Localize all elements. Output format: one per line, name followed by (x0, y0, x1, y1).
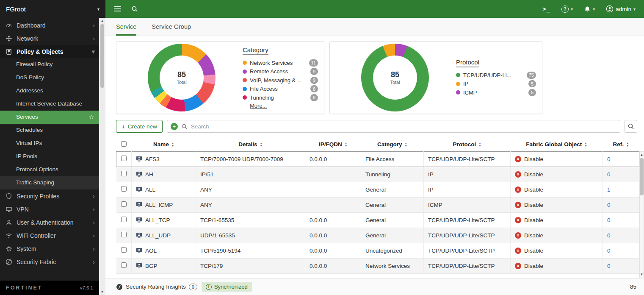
sidebar-item-virtual-ips[interactable]: Virtual IPs (0, 137, 99, 150)
chevron-right-icon: › (93, 192, 95, 200)
sidebar-item-ip-pools[interactable]: IP Pools (0, 150, 99, 163)
row-checkbox[interactable] (121, 186, 127, 192)
sidebar-item-services[interactable]: Services ☆ (0, 111, 99, 124)
sidebar-item-schedules[interactable]: Schedules (0, 124, 99, 137)
column-header-ip-fqdn[interactable]: IP/FQDN▲▼ (305, 138, 361, 151)
legend-label: File Access (250, 86, 278, 92)
create-new-button[interactable]: + Create new (116, 120, 163, 133)
sidebar-item-protocol-options[interactable]: Protocol Options (0, 163, 99, 176)
device-selector[interactable]: FGroot ▾ (0, 0, 105, 18)
column-header-protocol[interactable]: Protocol▲▼ (424, 138, 511, 151)
disable-icon: × (515, 202, 521, 208)
sidebar-item-user-authentication[interactable]: User & Authentication › (0, 216, 99, 229)
sidebar-item-security-fabric[interactable]: Security Fabric › (0, 255, 99, 268)
add-filter-button[interactable]: + (171, 123, 178, 130)
ref-link[interactable]: 1 (607, 186, 611, 193)
column-header-category[interactable]: Category▲▼ (361, 138, 424, 151)
sidebar-item-addresses[interactable]: Addresses (0, 84, 99, 97)
legend-item[interactable]: Remote Access 9 (243, 67, 318, 76)
sidebar-scrollbar[interactable]: ▲ ▼ (99, 18, 105, 295)
sidebar-item-policy-objects[interactable]: Policy & Objects ▾ (0, 45, 99, 58)
column-header-details[interactable]: Details▲▼ (196, 138, 305, 151)
ref-link[interactable]: 0 (607, 232, 611, 239)
ip-fqdn-cell: 0.0.0.0 (305, 243, 361, 258)
ref-link[interactable]: 0 (607, 217, 611, 223)
sidebar-item-traffic-shaping[interactable]: Traffic Shaping (0, 176, 99, 189)
select-all-checkbox[interactable] (121, 141, 127, 147)
row-checkbox[interactable] (121, 247, 127, 253)
security-rating-insights[interactable]: Security Rating Insights 0 (116, 284, 197, 290)
table-row[interactable]: AFS3 TCP/7000-7009 UDP/7000-7009 0.0.0.0… (116, 151, 639, 167)
cli-console-icon[interactable]: >_ (542, 6, 550, 12)
sidebar-item-internet-service-database[interactable]: Internet Service Database (0, 97, 99, 111)
ref-link[interactable]: 0 (607, 202, 611, 208)
protocol-cell: TCP/UDP/UDP-Lite/SCTP (424, 151, 511, 167)
donut-center: 85 Total (373, 56, 417, 100)
legend-item[interactable]: TCP/UDP/UDP-Li... 75 (456, 71, 536, 80)
table-row[interactable]: ALL_ICMP ANY General ICMP ×Disable 0 (116, 197, 639, 212)
legend-more-link[interactable]: More... (250, 103, 267, 109)
ref-link[interactable]: 0 (607, 263, 611, 269)
column-header-name[interactable]: Name▲▼ (132, 138, 196, 151)
favorite-star-icon[interactable]: ☆ (88, 114, 94, 121)
search-button[interactable] (625, 120, 637, 133)
ref-link[interactable]: 0 (607, 156, 611, 162)
row-checkbox[interactable] (121, 156, 127, 161)
legend-item[interactable]: IP 5 (456, 79, 536, 88)
sidebar-item-system[interactable]: System › (0, 242, 99, 255)
table-row[interactable]: AOL TCP/5190-5194 0.0.0.0 Uncategorized … (116, 243, 639, 258)
column-header-ref[interactable]: Ref.▲▼ (603, 138, 639, 151)
search-bar[interactable]: + (167, 120, 620, 133)
network-icon (6, 35, 12, 42)
table-row[interactable]: ALL ANY General IP ×Disable 1 (116, 182, 639, 197)
scroll-down-icon[interactable]: ▼ (101, 289, 104, 295)
ref-link[interactable]: 0 (607, 248, 611, 254)
sidebar-item-wifi-controller[interactable]: WiFi Controller › (0, 229, 99, 242)
hamburger-menu-icon[interactable] (114, 6, 121, 11)
sidebar-item-network[interactable]: Network › (0, 32, 99, 45)
search-input[interactable] (191, 123, 616, 130)
info-icon: i (206, 284, 212, 290)
tab-service[interactable]: Service (116, 18, 136, 36)
table-row[interactable]: ALL_TCP TCP/1-65535 0.0.0.0 General TCP/… (116, 212, 639, 228)
scrollbar-thumb[interactable] (640, 158, 644, 195)
row-checkbox[interactable] (121, 217, 127, 222)
scroll-up-icon[interactable]: ▲ (640, 152, 644, 158)
legend-item[interactable]: File Access 8 (243, 84, 318, 93)
row-checkbox[interactable] (121, 201, 127, 207)
category-donut-chart[interactable]: 85 Total (148, 44, 216, 111)
table-row[interactable]: ALL_UDP UDP/1-65535 0.0.0.0 General TCP/… (116, 228, 639, 243)
sidebar-item-vpn[interactable]: VPN › (0, 203, 99, 216)
row-checkbox[interactable] (121, 232, 127, 237)
row-checkbox[interactable] (121, 171, 127, 176)
sidebar-item-firewall-policy[interactable]: Firewall Policy (0, 58, 99, 71)
search-icon[interactable] (131, 6, 138, 12)
sidebar-item-dos-policy[interactable]: DoS Policy (0, 71, 99, 84)
scroll-down-icon[interactable]: ▼ (640, 271, 644, 278)
table-scrollbar[interactable]: ▲ ▼ (639, 151, 644, 278)
category-cell: File Access (361, 151, 424, 167)
scroll-up-icon[interactable]: ▲ (101, 18, 104, 24)
notifications-menu[interactable]: ▾ (584, 6, 595, 12)
sidebar-item-dashboard[interactable]: Dashboard › (0, 19, 99, 32)
legend-dot (243, 78, 247, 82)
legend-item[interactable]: VoIP, Messaging & ... 9 (243, 76, 318, 85)
scrollbar-thumb[interactable] (100, 24, 104, 88)
topbar: >_ ? ▾ ▾ admin ▾ (105, 0, 644, 18)
sync-status-badge[interactable]: i Synchronized (202, 282, 252, 292)
column-header-fabric-global-object[interactable]: Fabric Global Object▲▼ (511, 138, 603, 151)
tab-service-group[interactable]: Service Group (152, 18, 191, 36)
legend-item[interactable]: Tunneling 8 (243, 93, 318, 102)
protocol-donut-chart[interactable]: 85 Total (361, 44, 429, 111)
row-checkbox[interactable] (121, 262, 127, 268)
ref-link[interactable]: 0 (607, 171, 611, 178)
name-cell: AOL (132, 243, 196, 258)
legend-item[interactable]: Network Services 11 (243, 58, 318, 67)
table-row[interactable]: BGP TCP/179 0.0.0.0 Network Services TCP… (116, 258, 639, 273)
help-menu[interactable]: ? ▾ (561, 6, 573, 13)
legend-item[interactable]: ICMP 5 (456, 88, 536, 97)
admin-menu[interactable]: admin ▾ (606, 5, 636, 13)
sidebar-item-security-profiles[interactable]: Security Profiles › (0, 189, 99, 203)
ip-fqdn-cell (305, 167, 361, 182)
table-row[interactable]: AH IP/51 Tunneling IP ×Disable 0 (116, 167, 639, 182)
